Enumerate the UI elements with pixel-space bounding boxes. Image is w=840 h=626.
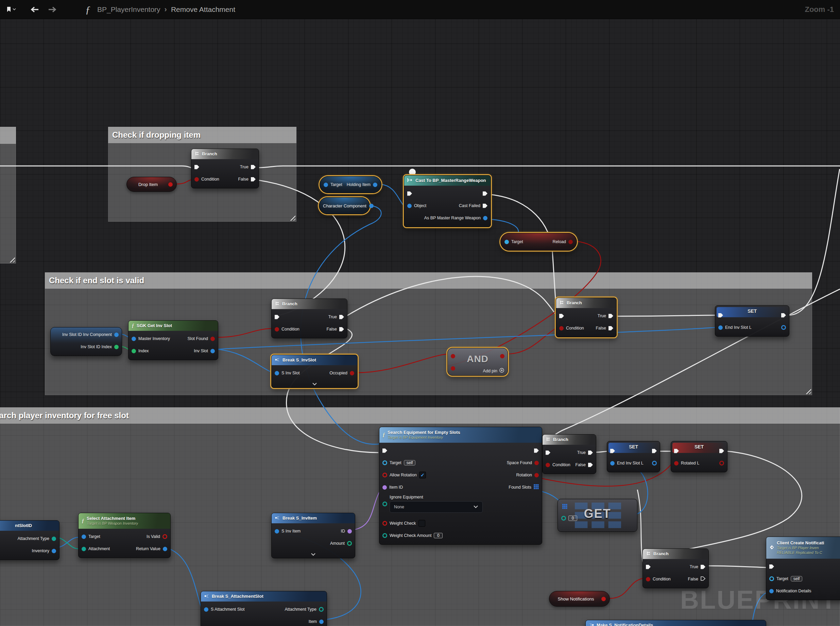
exec-pin[interactable] bbox=[483, 191, 488, 196]
bookmark-icon[interactable] bbox=[6, 6, 16, 13]
node-client-create-notification-target-self-tag[interactable]: self bbox=[791, 576, 802, 581]
end-inv-slot-l-pin[interactable] bbox=[610, 461, 615, 465]
attachment-type-pin[interactable] bbox=[319, 607, 324, 612]
occupied-pin[interactable] bbox=[350, 371, 354, 376]
condition-pin[interactable] bbox=[546, 463, 550, 467]
allow-rotation-pin[interactable] bbox=[382, 473, 387, 477]
node-break-s-invslot[interactable]: Break S_InvSlotS Inv SlotOccupied bbox=[271, 355, 358, 388]
node-search-equipment-weight-check-checkbox[interactable] bbox=[418, 520, 425, 527]
dot-pin[interactable] bbox=[168, 182, 173, 187]
condition-pin[interactable] bbox=[559, 326, 564, 330]
pill-character-component[interactable]: Character Component bbox=[319, 197, 370, 214]
slot-found-pin[interactable] bbox=[210, 336, 215, 341]
item-pin[interactable] bbox=[319, 620, 324, 624]
node-search-equipment-target-self-tag[interactable]: self bbox=[404, 460, 416, 465]
dot-pin[interactable] bbox=[561, 516, 566, 521]
target-pin[interactable] bbox=[769, 576, 774, 581]
weight-check-pin[interactable] bbox=[382, 521, 387, 526]
exec-pin[interactable] bbox=[194, 165, 199, 169]
node-branch-3[interactable]: BranchTrueConditionFalse bbox=[556, 297, 617, 337]
node-get-index-field[interactable]: 0 bbox=[568, 515, 577, 521]
index-pin[interactable] bbox=[131, 349, 136, 353]
true-pin[interactable] bbox=[251, 165, 256, 169]
dot-pin[interactable] bbox=[601, 597, 606, 601]
back-arrow-icon[interactable] bbox=[30, 6, 39, 13]
node-search-equipment-weight-check-amount-value-field[interactable]: 0 bbox=[434, 533, 443, 538]
s-inv-item-pin[interactable] bbox=[275, 529, 279, 534]
node-attachment-slot-id[interactable]: ntSlotIDAttachment TypeInventory bbox=[0, 520, 59, 560]
node-branch-4[interactable]: BranchTrueConditionFalse bbox=[542, 434, 596, 474]
attachment-pin[interactable] bbox=[81, 547, 86, 551]
reload-pin[interactable] bbox=[568, 240, 573, 244]
true-pin[interactable] bbox=[608, 314, 613, 318]
false-pin[interactable] bbox=[339, 327, 344, 332]
node-get[interactable]: GET0 bbox=[557, 499, 637, 532]
return-value-pin[interactable] bbox=[163, 547, 167, 551]
amount-pin[interactable] bbox=[347, 541, 352, 546]
exec-pin[interactable] bbox=[646, 565, 651, 569]
condition-pin[interactable] bbox=[194, 177, 199, 182]
exec-pin[interactable] bbox=[534, 449, 539, 453]
pill-holding-item[interactable]: TargetHolding Item bbox=[319, 176, 382, 193]
node-break-s-attachmentslot[interactable]: Break S_AttachmentSlotS Attachment SlotA… bbox=[200, 591, 327, 626]
condition-pin[interactable] bbox=[275, 327, 279, 332]
node-branch-1[interactable]: BranchTrueConditionFalse bbox=[191, 149, 259, 188]
pill-target-reload[interactable]: TargetReload bbox=[501, 233, 577, 250]
node-make-notification-details[interactable]: Make S_NotificationDetails bbox=[585, 620, 766, 626]
target-pin[interactable] bbox=[504, 240, 509, 244]
condition-pin[interactable] bbox=[646, 577, 650, 581]
exec-pin[interactable] bbox=[769, 565, 774, 569]
node-set-end-inv-slot-1[interactable]: SETEnd Inv Slot L bbox=[715, 305, 789, 336]
true-pin[interactable] bbox=[339, 315, 344, 319]
item-id-pin[interactable] bbox=[382, 485, 387, 490]
node-select-attachment-item[interactable]: ƒSelect Attachment ItemTarget is BP Weap… bbox=[78, 513, 171, 558]
node-search-equipment[interactable]: ƒSearch Equipment for Empty SlotsTarget … bbox=[379, 427, 542, 545]
exec-pin[interactable] bbox=[382, 449, 387, 453]
inv-slot-pin[interactable] bbox=[210, 349, 215, 353]
inv-slot-id-index-pin[interactable] bbox=[114, 345, 119, 349]
node-break-s-invitem[interactable]: Break S_InvItemS Inv ItemIDAmount bbox=[271, 513, 355, 558]
expand-chevron-icon[interactable] bbox=[272, 552, 355, 558]
as-bp-master-range-weapon-pin[interactable] bbox=[483, 216, 488, 220]
target-pin[interactable] bbox=[324, 183, 328, 187]
exec-pin[interactable] bbox=[546, 451, 551, 455]
master-inventory-pin[interactable] bbox=[131, 336, 136, 341]
dot-pin[interactable] bbox=[652, 461, 657, 465]
true-pin[interactable] bbox=[701, 565, 705, 569]
end-inv-slot-l-pin[interactable] bbox=[718, 326, 723, 330]
is-valid-pin[interactable] bbox=[163, 534, 167, 539]
found-slots-pin[interactable] bbox=[534, 484, 539, 490]
breadcrumb-parent[interactable]: BP_PlayerInventory bbox=[97, 5, 160, 14]
pill-drop-item[interactable]: Drop Item bbox=[127, 177, 177, 192]
node-and[interactable]: ANDAdd pin bbox=[447, 348, 508, 376]
notification-details-pin[interactable] bbox=[769, 589, 774, 593]
exec-pin[interactable] bbox=[275, 315, 280, 319]
id-pin[interactable] bbox=[347, 529, 352, 534]
space-found-pin[interactable] bbox=[534, 461, 539, 465]
false-pin[interactable] bbox=[701, 576, 705, 582]
node-and-add-pin-button[interactable]: Add pin bbox=[483, 368, 504, 374]
forward-arrow-icon[interactable] bbox=[48, 6, 57, 13]
s-attachment-slot-pin[interactable] bbox=[204, 607, 208, 612]
false-pin[interactable] bbox=[251, 177, 256, 182]
node-branch-5[interactable]: BranchTrueConditionFalse bbox=[643, 548, 709, 588]
found-slots-array-pin[interactable] bbox=[562, 504, 567, 510]
expand-chevron-icon[interactable] bbox=[272, 382, 357, 388]
node-set-rotated[interactable]: SETRotated L bbox=[671, 441, 727, 472]
cast-failed-pin[interactable] bbox=[483, 204, 488, 208]
rotation-pin[interactable] bbox=[534, 473, 539, 477]
exec-pin[interactable] bbox=[407, 191, 412, 196]
false-pin[interactable] bbox=[588, 463, 593, 467]
node-inv-slot-id[interactable]: Inv Slot ID Inv ComponentInv Slot ID Ind… bbox=[50, 327, 122, 356]
true-pin[interactable] bbox=[588, 451, 593, 455]
node-client-create-notification[interactable]: Client Create NotificatiTarget is BP Pla… bbox=[766, 537, 840, 600]
ignore-equipment-pin[interactable] bbox=[382, 502, 387, 506]
node-set-end-inv-slot-2[interactable]: SETEnd Inv Slot L bbox=[607, 441, 660, 472]
exec-pin[interactable] bbox=[559, 314, 564, 318]
pill-show-notifications[interactable]: Show Notifications bbox=[549, 591, 610, 607]
dot-pin[interactable] bbox=[369, 204, 374, 208]
dot-pin[interactable] bbox=[781, 325, 786, 330]
false-pin[interactable] bbox=[608, 326, 613, 330]
holding-item-pin[interactable] bbox=[373, 183, 377, 187]
node-branch-2[interactable]: BranchTrueConditionFalse bbox=[271, 299, 347, 338]
